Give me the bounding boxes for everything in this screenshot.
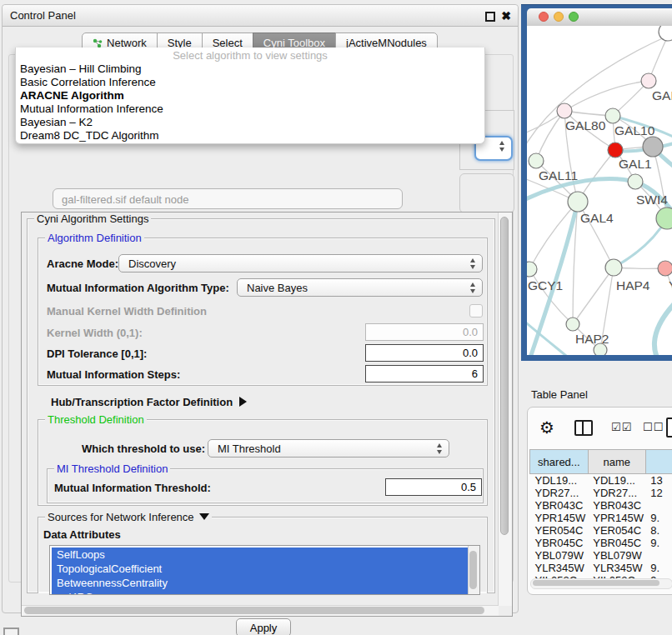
hub-definition-toggle[interactable]: Hub/Transcription Factor Definition <box>51 396 247 408</box>
apply-button[interactable]: Apply <box>236 618 291 635</box>
attribute-item-selfloops[interactable]: SelfLoops <box>52 548 468 562</box>
close-icon[interactable]: ✖ <box>501 5 511 27</box>
spinner-arrows-icon <box>437 443 443 454</box>
algorithm-definition-group: Algorithm Definition Aracne Mode: Discov… <box>38 238 488 386</box>
column-header-name[interactable]: name <box>588 450 645 474</box>
table-cell: 9. <box>645 562 672 574</box>
network-node-hap2[interactable] <box>566 318 579 331</box>
settings-hscroll-thumb[interactable] <box>24 607 484 614</box>
attributes-scrollbar-thumb[interactable] <box>469 551 477 589</box>
network-node-label: GAL11 <box>539 168 578 182</box>
network-node-gal1[interactable] <box>628 174 643 189</box>
table-cell: 13 <box>645 474 672 488</box>
network-node-y[interactable] <box>658 261 672 276</box>
algorithm-option-dream8-dc-tdc-algorithm[interactable]: Dream8 DC_TDC Algorithm <box>16 129 484 142</box>
mi-steps-input[interactable] <box>365 365 484 382</box>
zoom-traffic-light[interactable] <box>569 12 579 22</box>
minimize-traffic-light[interactable] <box>554 12 564 22</box>
settings-horizontal-scrollbar[interactable] <box>22 605 499 616</box>
network-node[interactable] <box>608 142 623 158</box>
aracne-mode-value: Discovery <box>128 258 176 270</box>
table-cell: YBL079W <box>530 549 589 562</box>
mi-threshold-group: MI Threshold Definition Mutual Informati… <box>47 468 484 503</box>
table-row[interactable]: YER054CYER054C8. <box>530 524 672 537</box>
table-row[interactable]: YBR045CYBR045C9. <box>530 537 672 549</box>
network-node-gal11[interactable] <box>529 153 544 168</box>
mi-type-combo[interactable]: Naive Bayes <box>237 278 483 297</box>
which-threshold-label: Which threshold to use: <box>82 442 205 455</box>
mi-threshold-input[interactable] <box>385 478 482 496</box>
table-panel: ⚙ ☑☑ ☐☐ shared...name YDL19...YDL19...13… <box>527 407 672 595</box>
table-cell: YBR045C <box>530 537 589 549</box>
network-collection-combo[interactable]: gal-filtered.sif default node <box>53 188 403 209</box>
algorithm-option-aracne-algorithm[interactable]: ARACNE Algorithm <box>16 89 484 102</box>
table-row[interactable]: YBR043CYBR043C <box>530 499 672 512</box>
network-node-gal4[interactable] <box>568 192 588 212</box>
hub-definition-label: Hub/Transcription Factor Definition <box>51 396 233 408</box>
table-toolbar: ⚙ ☑☑ ☐☐ <box>528 408 672 448</box>
network-edge[interactable] <box>536 111 564 161</box>
cyni-settings-scrollpane: Cyni Algorithm Settings Algorithm Defini… <box>21 212 513 617</box>
table-row[interactable]: YLR345WYLR345W9. <box>530 562 672 574</box>
attributes-scrollbar[interactable] <box>468 546 479 594</box>
column-header-shared...[interactable]: shared... <box>530 450 589 474</box>
table-cell: YDL19... <box>530 474 589 488</box>
attribute-item-topologicalcoefficient[interactable]: TopologicalCoefficient <box>52 562 468 576</box>
network-node-gal10[interactable] <box>605 108 620 123</box>
manual-kernel-label: Manual Kernel Width Definition <box>47 305 207 318</box>
dpi-tolerance-input[interactable] <box>365 344 484 362</box>
collapsed-arrow-icon <box>239 397 247 407</box>
network-node-gcy1[interactable] <box>527 262 537 277</box>
table-cell: YLR345W <box>588 562 645 574</box>
float-window-icon[interactable] <box>485 12 495 22</box>
network-node-hap4[interactable] <box>605 259 622 276</box>
algorithm-option-bayesian-k2[interactable]: Bayesian – K2 <box>16 116 484 129</box>
settings-vscroll-thumb[interactable] <box>500 217 509 535</box>
table-row[interactable]: YBL079WYBL079W <box>530 549 672 562</box>
column-header-clipped[interactable] <box>645 450 672 474</box>
settings-vertical-scrollbar[interactable] <box>498 212 512 606</box>
aracne-mode-combo[interactable]: Discovery <box>118 254 483 272</box>
network-edge[interactable] <box>564 81 649 111</box>
network-edge[interactable] <box>573 268 614 324</box>
data-attributes-label: Data Attributes <box>43 528 121 541</box>
network-node-swi4[interactable] <box>656 208 672 229</box>
table-horizontal-scrollbar[interactable] <box>530 578 672 589</box>
select-all-checkboxes-icon[interactable]: ☑☑ <box>611 421 632 433</box>
cyni-algorithm-settings-title: Cyni Algorithm Settings <box>34 212 151 225</box>
network-node[interactable] <box>594 343 607 355</box>
algorithm-option-mutual-information-inference[interactable]: Mutual Information Inference <box>16 102 484 116</box>
table-cell: YER054C <box>530 524 589 537</box>
spinner-arrows-icon <box>470 282 476 293</box>
table-cell <box>645 499 672 512</box>
network-node[interactable] <box>643 137 663 157</box>
deselect-all-checkboxes-icon[interactable]: ☐☐ <box>643 421 664 433</box>
sources-title-text: Sources for Network Inference <box>48 511 194 523</box>
data-attributes-list[interactable]: SelfLoopsTopologicalCoefficientBetweenne… <box>49 545 480 595</box>
obscured-groupbox-fragment-2 <box>459 173 514 213</box>
network-node-label: GCY1 <box>528 278 563 292</box>
table-cell: YBR045C <box>588 537 645 549</box>
network-node-gal[interactable] <box>641 73 656 88</box>
manual-kernel-checkbox[interactable] <box>469 304 483 318</box>
sources-title[interactable]: Sources for Network Inference <box>45 511 212 523</box>
algorithm-option-bayesian-hill-climbing[interactable]: Bayesian – Hill Climbing <box>16 62 484 76</box>
control-panel-titlebar: Control Panel ✖ <box>3 5 518 27</box>
kernel-width-input[interactable] <box>365 323 484 341</box>
attribute-item-betweennesscentrality[interactable]: BetweennessCentrality <box>52 576 468 590</box>
document-icon[interactable] <box>666 418 672 438</box>
table-row[interactable]: YDR27...YDR27...12 <box>530 487 672 499</box>
which-threshold-combo[interactable]: MI Threshold <box>208 439 449 458</box>
columns-icon[interactable] <box>574 420 593 436</box>
network-node-gal80[interactable] <box>557 103 572 118</box>
gear-icon[interactable]: ⚙ <box>539 418 554 438</box>
table-row[interactable]: YDL19...YDL19...13 <box>530 474 672 488</box>
table-hscroll-thumb[interactable] <box>533 580 659 586</box>
spinner-arrows-icon <box>470 258 476 269</box>
network-canvas[interactable]: GALGAL80GAL10GAL1GAL11SWI4GAL4GCY1HAP4YH… <box>527 26 672 355</box>
close-traffic-light[interactable] <box>539 12 549 22</box>
network-edge-highlighted[interactable] <box>654 301 672 355</box>
attribute-item-gal4rgexp[interactable]: gal4RGexp <box>52 590 468 595</box>
table-row[interactable]: YPR145WYPR145W9. <box>530 512 672 524</box>
algorithm-option-basic-correlation-inference[interactable]: Basic Correlation Inference <box>16 76 484 89</box>
